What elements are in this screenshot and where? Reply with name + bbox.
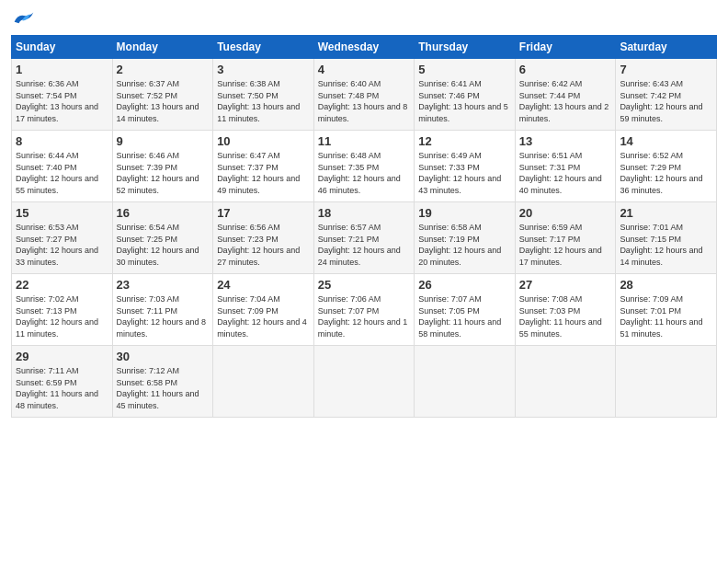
cell-content: Sunrise: 6:59 AMSunset: 7:17 PMDaylight:…	[519, 222, 612, 268]
day-number: 22	[16, 278, 108, 292]
calendar-cell	[515, 346, 616, 418]
header	[11, 9, 717, 29]
cell-content: Sunrise: 7:11 AMSunset: 6:59 PMDaylight:…	[16, 365, 108, 411]
cell-content: Sunrise: 7:07 AMSunset: 7:05 PMDaylight:…	[418, 293, 511, 339]
day-number: 6	[519, 63, 612, 76]
calendar-table: SundayMondayTuesdayWednesdayThursdayFrid…	[11, 35, 717, 418]
day-number: 14	[620, 134, 712, 148]
cell-content: Sunrise: 7:08 AMSunset: 7:03 PMDaylight:…	[519, 293, 612, 339]
day-number: 4	[318, 63, 411, 76]
calendar-cell: 13Sunrise: 6:51 AMSunset: 7:31 PMDayligh…	[515, 131, 616, 202]
calendar-cell: 25Sunrise: 7:06 AMSunset: 7:07 PMDayligh…	[313, 274, 415, 346]
calendar-cell	[616, 346, 717, 418]
weekday-header-thursday: Thursday	[415, 36, 516, 59]
calendar-cell	[313, 346, 415, 418]
calendar-cell	[213, 346, 314, 418]
calendar-cell: 2Sunrise: 6:37 AMSunset: 7:52 PMDaylight…	[112, 59, 213, 131]
day-number: 17	[217, 206, 310, 220]
day-number: 16	[117, 206, 210, 220]
calendar-cell: 12Sunrise: 6:49 AMSunset: 7:33 PMDayligh…	[415, 131, 516, 202]
day-number: 23	[117, 278, 210, 292]
calendar-cell: 1Sunrise: 6:36 AMSunset: 7:54 PMDaylight…	[12, 59, 113, 131]
calendar-week-row: 8Sunrise: 6:44 AMSunset: 7:40 PMDaylight…	[12, 131, 717, 202]
weekday-header-friday: Friday	[515, 36, 616, 59]
cell-content: Sunrise: 7:04 AMSunset: 7:09 PMDaylight:…	[217, 293, 310, 339]
cell-content: Sunrise: 6:49 AMSunset: 7:33 PMDaylight:…	[418, 150, 511, 196]
day-number: 21	[620, 206, 712, 220]
calendar-cell: 6Sunrise: 6:42 AMSunset: 7:44 PMDaylight…	[515, 59, 616, 131]
calendar-cell: 9Sunrise: 6:46 AMSunset: 7:39 PMDaylight…	[112, 131, 213, 202]
cell-content: Sunrise: 6:43 AMSunset: 7:42 PMDaylight:…	[620, 78, 712, 124]
cell-content: Sunrise: 6:38 AMSunset: 7:50 PMDaylight:…	[217, 78, 310, 124]
weekday-header-tuesday: Tuesday	[213, 36, 314, 59]
calendar-cell: 18Sunrise: 6:57 AMSunset: 7:21 PMDayligh…	[313, 202, 415, 274]
day-number: 15	[16, 206, 108, 220]
cell-content: Sunrise: 6:56 AMSunset: 7:23 PMDaylight:…	[217, 222, 310, 268]
calendar-week-row: 29Sunrise: 7:11 AMSunset: 6:59 PMDayligh…	[12, 346, 717, 418]
day-number: 7	[620, 63, 712, 76]
day-number: 5	[418, 63, 511, 76]
calendar-cell: 28Sunrise: 7:09 AMSunset: 7:01 PMDayligh…	[616, 274, 717, 346]
cell-content: Sunrise: 6:47 AMSunset: 7:37 PMDaylight:…	[217, 150, 310, 196]
weekday-header-sunday: Sunday	[12, 36, 113, 59]
calendar-cell: 7Sunrise: 6:43 AMSunset: 7:42 PMDaylight…	[616, 59, 717, 131]
calendar-cell: 14Sunrise: 6:52 AMSunset: 7:29 PMDayligh…	[616, 131, 717, 202]
weekday-header-saturday: Saturday	[616, 36, 717, 59]
calendar-cell: 4Sunrise: 6:40 AMSunset: 7:48 PMDaylight…	[313, 59, 415, 131]
calendar-cell: 16Sunrise: 6:54 AMSunset: 7:25 PMDayligh…	[112, 202, 213, 274]
day-number: 25	[318, 278, 411, 292]
day-number: 2	[117, 63, 210, 76]
cell-content: Sunrise: 7:09 AMSunset: 7:01 PMDaylight:…	[620, 293, 712, 339]
day-number: 10	[217, 134, 310, 148]
day-number: 26	[418, 278, 511, 292]
page-container: SundayMondayTuesdayWednesdayThursdayFrid…	[0, 0, 728, 427]
weekday-header-monday: Monday	[112, 36, 213, 59]
day-number: 9	[117, 134, 210, 148]
day-number: 28	[620, 278, 712, 292]
cell-content: Sunrise: 7:06 AMSunset: 7:07 PMDaylight:…	[318, 293, 411, 339]
calendar-cell: 30Sunrise: 7:12 AMSunset: 6:58 PMDayligh…	[112, 346, 213, 418]
day-number: 1	[16, 63, 108, 76]
cell-content: Sunrise: 6:51 AMSunset: 7:31 PMDaylight:…	[519, 150, 612, 196]
cell-content: Sunrise: 6:37 AMSunset: 7:52 PMDaylight:…	[117, 78, 210, 124]
day-number: 27	[519, 278, 612, 292]
cell-content: Sunrise: 6:36 AMSunset: 7:54 PMDaylight:…	[16, 78, 108, 124]
day-number: 18	[318, 206, 411, 220]
calendar-cell: 23Sunrise: 7:03 AMSunset: 7:11 PMDayligh…	[112, 274, 213, 346]
calendar-cell: 20Sunrise: 6:59 AMSunset: 7:17 PMDayligh…	[515, 202, 616, 274]
calendar-cell: 15Sunrise: 6:53 AMSunset: 7:27 PMDayligh…	[12, 202, 113, 274]
cell-content: Sunrise: 6:58 AMSunset: 7:19 PMDaylight:…	[418, 222, 511, 268]
cell-content: Sunrise: 6:48 AMSunset: 7:35 PMDaylight:…	[318, 150, 411, 196]
weekday-header-row: SundayMondayTuesdayWednesdayThursdayFrid…	[12, 36, 717, 59]
calendar-week-row: 1Sunrise: 6:36 AMSunset: 7:54 PMDaylight…	[12, 59, 717, 131]
day-number: 19	[418, 206, 511, 220]
day-number: 29	[16, 350, 108, 363]
calendar-cell: 29Sunrise: 7:11 AMSunset: 6:59 PMDayligh…	[12, 346, 113, 418]
cell-content: Sunrise: 6:42 AMSunset: 7:44 PMDaylight:…	[519, 78, 612, 124]
day-number: 20	[519, 206, 612, 220]
calendar-cell: 8Sunrise: 6:44 AMSunset: 7:40 PMDaylight…	[12, 131, 113, 202]
calendar-week-row: 15Sunrise: 6:53 AMSunset: 7:27 PMDayligh…	[12, 202, 717, 274]
calendar-week-row: 22Sunrise: 7:02 AMSunset: 7:13 PMDayligh…	[12, 274, 717, 346]
calendar-cell: 22Sunrise: 7:02 AMSunset: 7:13 PMDayligh…	[12, 274, 113, 346]
day-number: 13	[519, 134, 612, 148]
cell-content: Sunrise: 7:01 AMSunset: 7:15 PMDaylight:…	[620, 222, 712, 268]
cell-content: Sunrise: 7:03 AMSunset: 7:11 PMDaylight:…	[117, 293, 210, 339]
day-number: 12	[418, 134, 511, 148]
day-number: 30	[117, 350, 210, 363]
cell-content: Sunrise: 6:52 AMSunset: 7:29 PMDaylight:…	[620, 150, 712, 196]
cell-content: Sunrise: 6:46 AMSunset: 7:39 PMDaylight:…	[117, 150, 210, 196]
cell-content: Sunrise: 6:57 AMSunset: 7:21 PMDaylight:…	[318, 222, 411, 268]
day-number: 8	[16, 134, 108, 148]
day-number: 3	[217, 63, 310, 76]
calendar-cell: 11Sunrise: 6:48 AMSunset: 7:35 PMDayligh…	[313, 131, 415, 202]
day-number: 24	[217, 278, 310, 292]
calendar-cell: 10Sunrise: 6:47 AMSunset: 7:37 PMDayligh…	[213, 131, 314, 202]
cell-content: Sunrise: 7:12 AMSunset: 6:58 PMDaylight:…	[117, 365, 210, 411]
calendar-cell: 19Sunrise: 6:58 AMSunset: 7:19 PMDayligh…	[415, 202, 516, 274]
cell-content: Sunrise: 6:40 AMSunset: 7:48 PMDaylight:…	[318, 78, 411, 124]
cell-content: Sunrise: 6:44 AMSunset: 7:40 PMDaylight:…	[16, 150, 108, 196]
logo	[11, 9, 40, 29]
day-number: 11	[318, 134, 411, 148]
calendar-cell: 24Sunrise: 7:04 AMSunset: 7:09 PMDayligh…	[213, 274, 314, 346]
